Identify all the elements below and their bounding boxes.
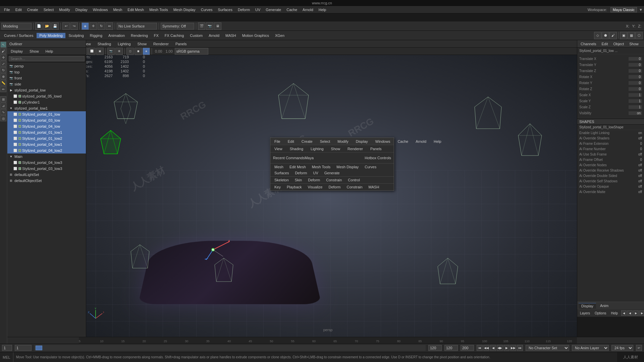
tb2-mash[interactable]: MASH — [223, 33, 239, 38]
vp-grid2[interactable]: ⊞ — [115, 48, 123, 55]
rp-arrow-right[interactable]: ▶ — [633, 310, 639, 316]
rp-show[interactable]: Show — [628, 42, 640, 46]
live-surface-dropdown[interactable]: No Live Surface — [117, 23, 157, 29]
menu-windows[interactable]: Windows — [90, 7, 111, 12]
menu-edit[interactable]: Edit — [13, 7, 24, 12]
tool-move2[interactable]: ✛ — [0, 54, 6, 60]
ctx-deform3[interactable]: Deform — [326, 184, 343, 190]
ctx-uv[interactable]: UV — [310, 170, 321, 176]
ap-value[interactable]: off — [638, 136, 642, 140]
menu-curves[interactable]: Curves — [198, 7, 215, 12]
outliner-item-stylized_portal_05_lowd[interactable]: ⬜stylized_portal_05_lowd — [7, 93, 86, 99]
outliner-item-defaultLightSet[interactable]: ⊞defaultLightSet — [7, 172, 86, 178]
vp-solid[interactable]: ◈ — [143, 48, 150, 55]
ctx-create[interactable]: Create — [299, 139, 315, 144]
tb2-fx-caching[interactable]: FX Caching — [162, 33, 186, 38]
menu-deform[interactable]: Deform — [235, 7, 253, 12]
outliner-item-defaultObjectSet[interactable]: ⊞defaultObjectSet — [7, 178, 86, 184]
outliner-item-pCylinder1[interactable]: ⬜pCylinder1 — [7, 99, 86, 105]
tool-snap2[interactable]: ⊿ — [0, 103, 6, 109]
ap-value[interactable]: off — [638, 169, 642, 172]
ch-value[interactable]: 0 — [629, 69, 642, 73]
ap-value[interactable]: 0 — [640, 142, 642, 145]
rp-tab-anim[interactable]: Anim — [597, 303, 611, 308]
ctx-skin[interactable]: Skin — [292, 177, 305, 183]
workspace-value[interactable]: Maya Classic — [610, 7, 637, 12]
outliner-item-top[interactable]: 📷top — [7, 69, 86, 75]
ctx-renderer[interactable]: Renderer — [345, 146, 366, 151]
rp-arrow-right2[interactable]: ▶ — [639, 310, 644, 316]
outliner-item-Stylized_portal_01_low2[interactable]: ⬜Stylized_portal_01_low2 — [7, 135, 86, 141]
vp-show[interactable]: Show — [136, 42, 149, 46]
ctx-mesh[interactable]: Mesh — [272, 164, 286, 170]
ap-value[interactable]: 0 — [640, 147, 642, 151]
tb2-xgen[interactable]: XGen — [272, 33, 287, 38]
range-start-input[interactable] — [444, 345, 458, 351]
fps-dropdown[interactable]: 24 fps — [611, 345, 633, 351]
character-set-dropdown[interactable]: No Character Set — [526, 345, 569, 351]
outliner-item-front[interactable]: 📷front — [7, 75, 86, 81]
menu-display[interactable]: Display — [73, 7, 90, 12]
rp-help[interactable]: Help — [609, 311, 619, 315]
vp-wire[interactable]: ◻ — [126, 48, 134, 55]
outliner-item-stylized_portal_low1[interactable]: ▼stylized_portal_low1 — [7, 105, 86, 111]
ctx-constrain2[interactable]: Constrain — [344, 184, 365, 190]
rp-layers[interactable]: Layers — [579, 311, 591, 315]
outliner-item-Stylized_portal_01_low1[interactable]: ⬜Stylized_portal_01_low1 — [7, 129, 86, 135]
tb2-sculpting[interactable]: Sculpting — [66, 33, 87, 38]
menu-cache[interactable]: Cache — [284, 7, 300, 12]
vp-shading[interactable]: Shading — [96, 42, 113, 46]
ch-value[interactable]: 0 — [629, 75, 642, 79]
ctx-hotbox[interactable]: Hotbox Controls — [365, 155, 391, 161]
outliner-item-Stylized_portal_03_low[interactable]: ⬜Stylized_portal_03_low — [7, 117, 86, 123]
tb-paint[interactable]: 🖌 — [609, 32, 617, 39]
rp-tab-display[interactable]: Display — [579, 303, 596, 309]
ctx-visualize[interactable]: Visualize — [305, 184, 325, 190]
tb2-curves-surfaces[interactable]: Curves / Surfaces — [1, 33, 36, 38]
ctx-key[interactable]: Key — [272, 184, 283, 190]
outliner-item-persp[interactable]: 📷persp — [7, 63, 86, 69]
ch-value[interactable]: 0 — [629, 57, 642, 61]
ch-value[interactable]: 1 — [629, 93, 642, 97]
ctx-shading[interactable]: Shading — [287, 146, 306, 151]
outliner-item-Stylized_portal_03_low3[interactable]: ⬜Stylized_portal_03_low3 — [7, 166, 86, 172]
tool-snap[interactable]: ⊕ — [0, 73, 6, 79]
symmetry-dropdown[interactable]: Symmetry: Off — [161, 23, 194, 29]
menu-arnold[interactable]: Arnold — [300, 7, 316, 12]
ctx-deform2[interactable]: Deform — [305, 177, 323, 183]
vp-tb2[interactable]: ⬜ — [88, 48, 96, 55]
tool-grid[interactable]: ⊞ — [0, 96, 6, 102]
ctx-panels[interactable]: Panels — [368, 146, 384, 151]
vp-color-profile[interactable]: sRGB gamma — [175, 48, 208, 55]
timeline-cursor[interactable] — [36, 346, 42, 350]
tb-render3[interactable]: 🖥 — [214, 22, 221, 30]
ctx-windows[interactable]: Windows — [373, 139, 393, 144]
rp-arrow-left2[interactable]: ◀ — [627, 310, 633, 316]
timeline-scrubber[interactable] — [34, 345, 426, 351]
frame-start-input[interactable] — [2, 345, 12, 351]
tb-new[interactable]: 📄 — [35, 22, 43, 30]
ctx-arnold[interactable]: Arnold — [413, 139, 429, 144]
outliner-item-Stylized_portal_01_low[interactable]: ⬜Stylized_portal_01_low — [7, 111, 86, 117]
ctx-maya[interactable]: Maya — [305, 155, 314, 161]
modeling-dropdown[interactable]: Modeling — [1, 23, 32, 29]
tb-rotate[interactable]: ↻ — [98, 22, 105, 30]
menu-modify[interactable]: Modify — [56, 7, 72, 12]
tool-select[interactable]: ↖ — [0, 42, 6, 48]
ctx-cache[interactable]: Cache — [395, 139, 411, 144]
viewport-canvas[interactable]: RRCG RRCG 人人素材 RRCG 人人素材 — [79, 55, 577, 344]
tb-scale[interactable]: ⇔ — [106, 22, 113, 30]
rp-channels[interactable]: Channels — [579, 42, 597, 46]
rp-object[interactable]: Object — [612, 42, 625, 46]
tb2-custom[interactable]: Custom — [187, 33, 205, 38]
tb2-rendering[interactable]: Rendering — [128, 33, 151, 38]
tb2-rigging[interactable]: Rigging — [87, 33, 105, 38]
outliner-item-Stylized_portal_04_low1[interactable]: ⬜Stylized_portal_04_low1 — [7, 141, 86, 147]
rp-edit[interactable]: Edit — [600, 42, 609, 46]
tool-rivet[interactable]: ◎ — [0, 115, 6, 121]
ctx-control[interactable]: Control — [345, 177, 362, 183]
ctx-file[interactable]: File — [272, 139, 283, 144]
pb-play[interactable]: ▶ — [503, 345, 509, 351]
outliner-item-side[interactable]: 📷side — [7, 81, 86, 87]
range-end-input[interactable] — [461, 345, 474, 351]
